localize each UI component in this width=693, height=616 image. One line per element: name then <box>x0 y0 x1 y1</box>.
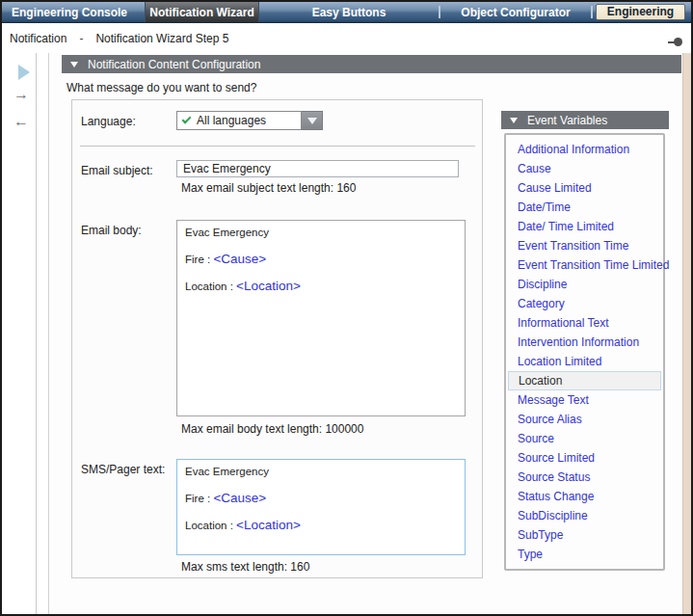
engineering-mode-button[interactable]: Engineering <box>596 4 685 20</box>
event-variable-link[interactable]: Source Limited <box>506 448 663 468</box>
email-body-label: Email body: <box>81 224 142 237</box>
wizard-content-panel: Notification Content Configuration What … <box>48 53 683 614</box>
play-icon[interactable] <box>18 65 30 80</box>
variable-token: <Cause> <box>213 491 266 505</box>
language-dropdown[interactable]: All languages <box>176 111 323 130</box>
wizard-nav-sidebar: → ← <box>2 53 37 614</box>
message-line: Fire : <Cause> <box>185 492 457 505</box>
email-subject-input[interactable] <box>176 160 459 177</box>
event-variable-link[interactable]: Date/Time <box>506 198 663 217</box>
email-subject-label: Email subject: <box>81 164 153 177</box>
event-variable-link[interactable]: Event Transition Time <box>506 236 663 255</box>
tab-notification-wizard[interactable]: Notification Wizard <box>145 2 259 22</box>
wizard-question: What message do you want to send? <box>67 81 256 94</box>
message-line: Location : <Location> <box>185 280 457 293</box>
variable-token: <Location> <box>236 518 301 532</box>
event-variable-link[interactable]: Additional Information <box>506 140 663 159</box>
sms-label: SMS/Pager text: <box>81 463 165 476</box>
email-body-hint: Max email body text length: 100000 <box>181 422 363 436</box>
event-variable-link[interactable]: Source <box>506 429 663 448</box>
event-variable-link[interactable]: Category <box>506 294 663 313</box>
event-variable-link[interactable]: SubDiscipline <box>506 506 663 525</box>
event-variable-link[interactable]: Cause Limited <box>506 178 663 198</box>
message-text: Evac Emergency <box>185 227 269 238</box>
event-variable-link[interactable]: Location <box>508 371 661 390</box>
message-line: Location : <Location> <box>185 519 457 532</box>
message-line <box>185 239 457 253</box>
event-variable-link[interactable]: Source Status <box>506 468 663 487</box>
event-variable-link[interactable]: Discipline <box>506 275 663 294</box>
email-subject-hint: Max email subject text length: 160 <box>181 181 356 195</box>
message-line: Fire : <Cause> <box>185 253 457 266</box>
page-title: Notification Wizard Step 5 <box>95 32 228 45</box>
event-variables-header[interactable]: Event Variables <box>501 111 669 129</box>
language-selected: All languages <box>197 114 266 127</box>
message-form: Language: All languages Email subject: M… <box>71 99 483 578</box>
collapsed-panel-strip[interactable] <box>682 53 691 614</box>
arrow-left-icon[interactable]: ← <box>13 115 29 128</box>
event-variable-link[interactable]: Message Text <box>506 390 663 410</box>
breadcrumb-root[interactable]: Notification <box>10 32 67 45</box>
section-title: Notification Content Configuration <box>88 58 260 71</box>
application-window: Engineering Console Notification Wizard … <box>0 0 693 616</box>
tab-easy-buttons[interactable]: Easy Buttons <box>259 2 439 22</box>
language-dropdown-value[interactable]: All languages <box>176 111 302 130</box>
check-icon <box>182 115 192 124</box>
message-line: Evac Emergency <box>185 226 457 239</box>
message-line <box>185 266 457 280</box>
pin-icon[interactable] <box>667 38 682 46</box>
event-variables-list: Additional InformationCauseCause Limited… <box>504 133 665 571</box>
breadcrumb-separator: - <box>79 32 83 45</box>
message-line: Evac Emergency <box>185 465 457 478</box>
message-text: Evac Emergency <box>185 466 269 477</box>
message-line <box>185 478 457 492</box>
event-variable-link[interactable]: Type <box>506 545 663 564</box>
event-variable-link[interactable]: SubType <box>506 525 663 545</box>
top-tab-bar: Engineering Console Notification Wizard … <box>2 2 691 23</box>
breadcrumb: Notification - Notification Wizard Step … <box>2 24 691 53</box>
arrow-right-icon[interactable]: → <box>13 88 29 101</box>
collapse-triangle-icon <box>510 118 518 123</box>
section-header[interactable]: Notification Content Configuration <box>62 55 681 73</box>
pin-dot <box>674 38 682 46</box>
variable-token: <Cause> <box>213 252 266 266</box>
variable-token: <Location> <box>236 279 301 293</box>
event-variable-link[interactable]: Cause <box>506 159 663 178</box>
event-variables-title: Event Variables <box>527 114 607 127</box>
form-divider <box>80 146 475 147</box>
event-variable-link[interactable]: Source Alias <box>506 410 663 429</box>
sms-hint: Max sms text length: 160 <box>181 560 309 574</box>
tab-object-configurator[interactable]: Object Configurator <box>440 2 591 22</box>
collapse-triangle-icon <box>70 62 78 67</box>
email-body-box[interactable]: Evac Emergency Fire : <Cause> Location :… <box>176 220 466 416</box>
body-area: → ← Notification Content Configuration W… <box>2 53 691 614</box>
message-text: Location : <box>185 281 236 292</box>
message-text: Fire : <box>185 254 213 265</box>
event-variable-link[interactable]: Status Change <box>506 487 663 506</box>
language-label: Language: <box>81 115 136 128</box>
message-text: Location : <box>185 520 236 531</box>
event-variable-link[interactable]: Intervention Information <box>506 333 663 352</box>
event-variable-link[interactable]: Event Transition Time Limited <box>506 255 663 275</box>
message-text: Fire : <box>185 493 213 504</box>
event-variable-link[interactable]: Informational Text <box>506 313 663 333</box>
event-variable-link[interactable]: Date/ Time Limited <box>506 217 663 236</box>
language-dropdown-button[interactable] <box>302 111 323 130</box>
chevron-down-icon <box>307 118 317 124</box>
tab-engineering-console[interactable]: Engineering Console <box>2 2 145 22</box>
event-variable-link[interactable]: Location Limited <box>506 352 663 371</box>
message-line <box>185 505 457 519</box>
sms-box[interactable]: Evac Emergency Fire : <Cause> Location :… <box>176 459 466 555</box>
